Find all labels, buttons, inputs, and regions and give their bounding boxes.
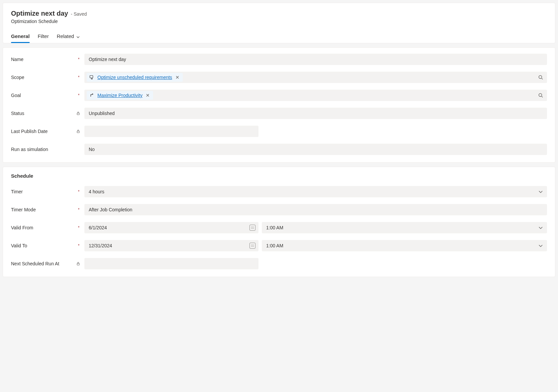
svg-point-6 [252,227,253,227]
status-value: Unpublished [84,108,547,119]
goal-entity-icon [89,93,95,98]
required-marker: * [76,93,81,98]
timer-value: 4 hours [89,189,104,194]
valid-from-time-select[interactable]: 1:00 AM [262,222,547,233]
name-input[interactable]: Optimize next day [84,54,547,65]
svg-point-2 [539,94,542,97]
scope-chip: Optimize unscheduled requirements ✕ [87,73,183,82]
svg-point-16 [253,246,254,247]
entity-subtitle: Optimization Schedule [11,19,547,24]
lock-icon [76,262,81,266]
svg-point-5 [251,227,252,227]
field-timer: Timer * 4 hours [11,186,547,197]
svg-rect-0 [90,76,93,78]
saved-indicator: - Saved [71,11,87,17]
svg-point-13 [253,245,254,245]
label-status: Status [11,111,24,116]
valid-from-date-value: 6/1/2024 [89,225,107,230]
svg-point-10 [253,228,254,229]
field-goal: Goal * Maximize Productivity ✕ [11,90,547,101]
label-last-publish-date: Last Publish Date [11,129,48,134]
required-marker: * [76,75,81,80]
required-marker: * [76,243,81,248]
valid-to-date-input[interactable]: 12/31/2024 [84,240,258,251]
field-scope: Scope * Optimize unscheduled requirement… [11,72,547,83]
field-valid-to: Valid To * 12/31/2024 1:00 AM [11,240,547,251]
field-status: Status Unpublished [11,108,547,119]
goal-chip: Maximize Productivity ✕ [87,91,153,100]
field-timer-mode: Timer Mode * After Job Completion [11,204,547,215]
field-next-scheduled-run-at: Next Scheduled Run At [11,258,547,269]
field-valid-from: Valid From * 6/1/2024 1:00 AM [11,222,547,233]
svg-point-9 [252,228,253,229]
valid-from-date-input[interactable]: 6/1/2024 [84,222,258,233]
label-timer-mode: Timer Mode [11,207,36,212]
required-marker: * [76,57,81,62]
search-icon[interactable] [538,93,543,98]
svg-point-15 [252,246,253,247]
field-run-as-simulation: Run as simulation No [11,144,547,155]
scope-lookup[interactable]: Optimize unscheduled requirements ✕ [84,72,547,83]
label-timer: Timer [11,189,23,194]
svg-rect-17 [77,263,79,265]
label-name: Name [11,57,23,62]
timer-mode-input[interactable]: After Job Completion [84,204,547,215]
schedule-heading: Schedule [11,173,547,179]
calendar-icon[interactable] [249,243,255,249]
record-header: Optimize next day - Saved Optimization S… [3,3,555,43]
label-next-scheduled-run-at: Next Scheduled Run At [11,261,59,266]
label-valid-to: Valid To [11,243,27,248]
scope-remove-icon[interactable]: ✕ [175,75,180,80]
svg-point-1 [539,76,542,79]
required-marker: * [76,207,81,212]
schedule-section: Schedule Timer * 4 hours Timer Mode * Af… [3,167,555,277]
required-marker: * [76,189,81,194]
required-marker: * [76,225,81,230]
svg-rect-4 [77,131,79,133]
run-as-simulation-input[interactable]: No [84,144,547,155]
goal-lookup[interactable]: Maximize Productivity ✕ [84,90,547,101]
chevron-down-icon [538,243,543,248]
tab-general[interactable]: General [11,31,30,43]
scope-link[interactable]: Optimize unscheduled requirements [97,75,172,80]
next-scheduled-run-at-value [84,258,258,269]
svg-point-11 [251,245,252,245]
valid-to-time-select[interactable]: 1:00 AM [262,240,547,251]
tab-filter[interactable]: Filter [38,31,49,43]
chevron-down-icon [76,34,80,38]
lock-icon [76,129,81,133]
goal-link[interactable]: Maximize Productivity [97,93,142,98]
field-last-publish-date: Last Publish Date [11,126,547,137]
calendar-icon[interactable] [249,225,255,231]
label-run-as-simulation: Run as simulation [11,147,48,152]
svg-rect-3 [77,113,79,115]
svg-point-14 [251,246,252,247]
label-goal: Goal [11,93,21,98]
timer-select[interactable]: 4 hours [84,186,547,197]
svg-point-12 [252,245,253,245]
last-publish-date-value [84,126,258,137]
scope-entity-icon [89,75,95,80]
page-title: Optimize next day [11,10,68,17]
label-valid-from: Valid From [11,225,33,230]
valid-from-time-value: 1:00 AM [266,225,283,230]
chevron-down-icon [538,225,543,230]
general-section: Name * Optimize next day Scope * [3,47,555,163]
svg-point-7 [253,227,254,227]
chevron-down-icon [538,189,543,194]
valid-to-time-value: 1:00 AM [266,243,283,248]
svg-point-8 [251,228,252,229]
label-scope: Scope [11,75,24,80]
tab-related-label: Related [57,33,74,39]
field-name: Name * Optimize next day [11,54,547,65]
tab-bar: General Filter Related [11,31,547,43]
valid-to-date-value: 12/31/2024 [89,243,112,248]
search-icon[interactable] [538,75,543,80]
lock-icon [76,111,81,115]
tab-related[interactable]: Related [57,31,80,43]
goal-remove-icon[interactable]: ✕ [145,93,150,98]
